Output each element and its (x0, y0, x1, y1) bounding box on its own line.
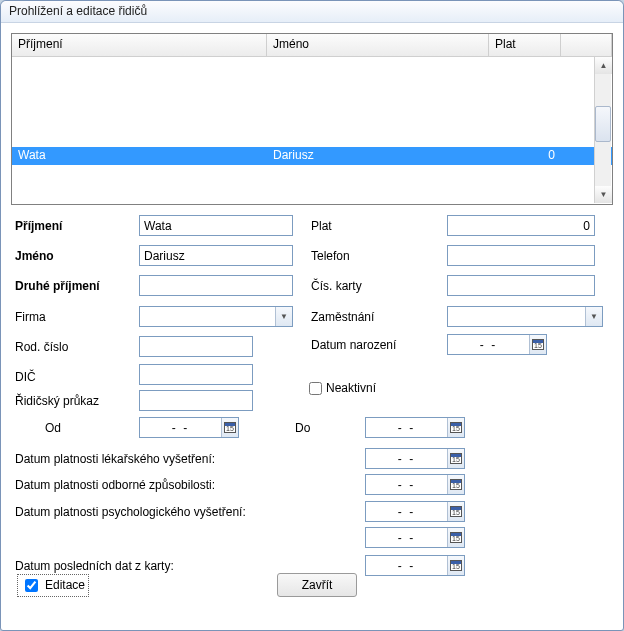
calendar-icon (450, 506, 462, 517)
label-name: Jméno (15, 249, 54, 263)
combo-button[interactable]: ▼ (585, 307, 602, 326)
form: Příjmení Jméno Druhé příjmení Firma ▼ Ro… (11, 213, 613, 573)
col-surname[interactable]: Příjmení (12, 34, 267, 57)
company-combo[interactable]: ▼ (139, 306, 293, 327)
inactive-label: Neaktivní (326, 381, 376, 395)
chevron-down-icon: ▼ (590, 312, 598, 321)
label-professional: Datum platnosti odborné způsobilosti: (15, 478, 215, 492)
salary-field[interactable] (447, 215, 595, 236)
scroll-down-button[interactable]: ▼ (595, 186, 612, 203)
name-field[interactable] (139, 245, 293, 266)
employment-value (448, 307, 585, 326)
table-body: Wata Dariusz 0 (12, 57, 612, 204)
label-card-no: Čís. karty (311, 279, 362, 293)
combo-button[interactable]: ▼ (275, 307, 292, 326)
date-last-card-field[interactable]: - - (365, 555, 465, 576)
cell-surname: Wata (12, 147, 267, 165)
date-picker-button[interactable] (447, 475, 464, 494)
edit-check-input[interactable] (25, 579, 38, 592)
date-psych-field[interactable]: - - (365, 501, 465, 522)
label-psych: Datum platnosti psychologického vyšetřen… (15, 505, 246, 519)
label-second-surname: Druhé příjmení (15, 279, 100, 293)
calendar-icon (450, 532, 462, 543)
chevron-down-icon: ▼ (600, 190, 608, 199)
calendar-icon (450, 453, 462, 464)
date-picker-button[interactable] (529, 335, 546, 354)
scroll-thumb[interactable] (595, 106, 611, 142)
calendar-icon (450, 560, 462, 571)
edit-checkbox[interactable]: Editace (17, 574, 89, 597)
cell-name: Dariusz (267, 147, 489, 165)
date-text: - - (366, 451, 447, 467)
close-button[interactable]: Zavřít (277, 573, 357, 597)
date-picker-button[interactable] (447, 528, 464, 547)
phone-field[interactable] (447, 245, 595, 266)
chevron-down-icon: ▼ (280, 312, 288, 321)
dic-field[interactable] (139, 364, 253, 385)
date-text: - - (366, 530, 447, 546)
scroll-up-button[interactable]: ▲ (595, 57, 612, 74)
date-text: - - (366, 504, 447, 520)
label-surname: Příjmení (15, 219, 62, 233)
date-text: - - (366, 558, 447, 574)
inactive-check-input[interactable] (309, 382, 322, 395)
table-row[interactable]: Wata Dariusz 0 (12, 147, 612, 165)
license-field[interactable] (139, 390, 253, 411)
employment-combo[interactable]: ▼ (447, 306, 603, 327)
company-value (140, 307, 275, 326)
label-birth-number: Rod. číslo (15, 340, 68, 354)
date-medical-field[interactable]: - - (365, 448, 465, 469)
table-header: Příjmení Jméno Plat (12, 34, 612, 57)
label-from: Od (45, 421, 61, 435)
date-professional-field[interactable]: - - (365, 474, 465, 495)
label-employment: Zaměstnání (311, 310, 374, 324)
date-extra-field[interactable]: - - (365, 527, 465, 548)
birth-number-field[interactable] (139, 336, 253, 357)
date-text: - - (366, 477, 447, 493)
label-birthdate: Datum narození (311, 338, 396, 352)
label-last-card-data: Datum posledních dat z karty: (15, 559, 174, 573)
birthdate-field[interactable]: - - (447, 334, 547, 355)
date-picker-button[interactable] (447, 418, 464, 437)
date-picker-button[interactable] (447, 502, 464, 521)
chevron-up-icon: ▲ (600, 61, 608, 70)
window: Prohlížení a editace řidičů Příjmení Jmé… (0, 0, 624, 631)
client-area: Příjmení Jméno Plat Wata Dariusz 0 ▲ ▼ P… (1, 23, 623, 630)
label-medical: Datum platnosti lékařského vyšetření: (15, 452, 215, 466)
label-to: Do (295, 421, 310, 435)
calendar-icon (450, 479, 462, 490)
date-text: - - (448, 337, 529, 353)
window-title: Prohlížení a editace řidičů (1, 1, 623, 23)
date-text: - - (366, 420, 447, 436)
label-salary: Plat (311, 219, 332, 233)
date-from-field[interactable]: - - (139, 417, 239, 438)
label-license: Řidičský průkaz (15, 394, 99, 408)
label-phone: Telefon (311, 249, 350, 263)
col-name[interactable]: Jméno (267, 34, 489, 57)
drivers-table[interactable]: Příjmení Jméno Plat Wata Dariusz 0 ▲ ▼ (11, 33, 613, 205)
edit-label: Editace (45, 578, 85, 592)
date-picker-button[interactable] (447, 556, 464, 575)
calendar-icon (532, 339, 544, 350)
vertical-scrollbar[interactable]: ▲ ▼ (594, 57, 611, 203)
label-dic: DIČ (15, 370, 36, 384)
date-picker-button[interactable] (221, 418, 238, 437)
calendar-icon (224, 422, 236, 433)
date-to-field[interactable]: - - (365, 417, 465, 438)
card-no-field[interactable] (447, 275, 595, 296)
inactive-checkbox[interactable]: Neaktivní (309, 381, 376, 395)
surname-field[interactable] (139, 215, 293, 236)
second-surname-field[interactable] (139, 275, 293, 296)
date-text: - - (140, 420, 221, 436)
label-company: Firma (15, 310, 46, 324)
col-rest (561, 34, 612, 57)
bottom-bar: Editace Zavřít (11, 573, 613, 603)
calendar-icon (450, 422, 462, 433)
col-salary[interactable]: Plat (489, 34, 561, 57)
date-picker-button[interactable] (447, 449, 464, 468)
cell-salary: 0 (489, 147, 561, 165)
